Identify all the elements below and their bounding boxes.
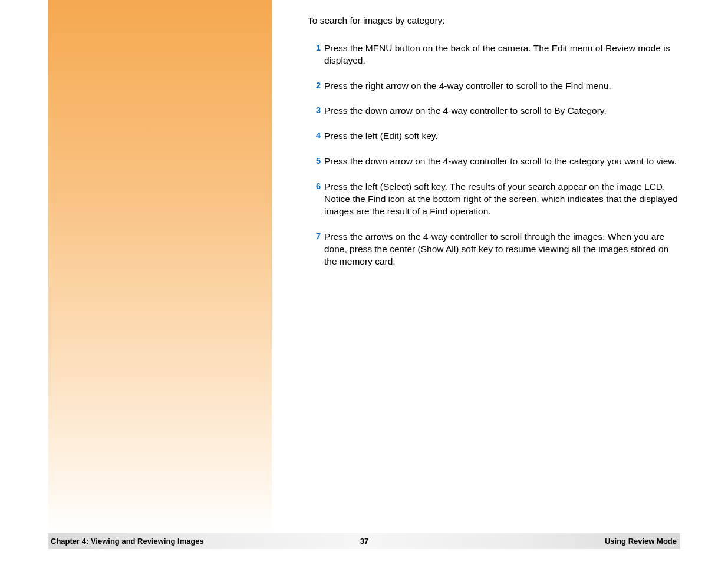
list-item: 1 Press the MENU button on the back of t… xyxy=(308,42,678,67)
step-number: 1 xyxy=(308,42,324,54)
step-number: 3 xyxy=(308,105,324,117)
step-number: 6 xyxy=(308,181,324,193)
document-page: To search for images by category: 1 Pres… xyxy=(48,0,680,549)
step-text: Press the left (Select) soft key. The re… xyxy=(324,181,678,218)
step-number: 4 xyxy=(308,130,324,142)
step-text: Press the MENU button on the back of the… xyxy=(324,42,678,67)
step-number: 7 xyxy=(308,231,324,243)
footer-section-title: Using Review Mode xyxy=(605,537,677,546)
step-list: 1 Press the MENU button on the back of t… xyxy=(308,42,678,268)
step-text: Press the arrows on the 4-way controller… xyxy=(324,231,678,268)
list-item: 4 Press the left (Edit) soft key. xyxy=(308,130,678,143)
footer-chapter-title: Chapter 4: Viewing and Reviewing Images xyxy=(51,537,204,546)
step-number: 5 xyxy=(308,156,324,167)
main-content: To search for images by category: 1 Pres… xyxy=(308,14,678,281)
step-text: Press the right arrow on the 4-way contr… xyxy=(324,80,678,92)
page-footer: Chapter 4: Viewing and Reviewing Images … xyxy=(48,533,680,549)
step-number: 2 xyxy=(308,80,324,92)
list-item: 6 Press the left (Select) soft key. The … xyxy=(308,181,678,218)
step-text: Press the down arrow on the 4-way contro… xyxy=(324,156,678,168)
list-item: 3 Press the down arrow on the 4-way cont… xyxy=(308,105,678,117)
page-number: 37 xyxy=(360,537,368,546)
step-text: Press the down arrow on the 4-way contro… xyxy=(324,105,678,117)
step-text: Press the left (Edit) soft key. xyxy=(324,130,678,143)
list-item: 5 Press the down arrow on the 4-way cont… xyxy=(308,156,678,168)
list-item: 7 Press the arrows on the 4-way controll… xyxy=(308,231,678,268)
sidebar-decorative-panel xyxy=(48,0,272,533)
intro-text: To search for images by category: xyxy=(308,14,678,27)
list-item: 2 Press the right arrow on the 4-way con… xyxy=(308,80,678,92)
